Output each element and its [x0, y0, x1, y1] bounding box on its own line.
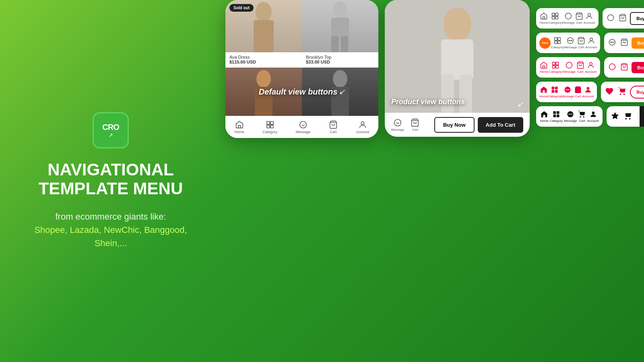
- phone-default: Sold out Ava Dress $115.00 USD: [225, 0, 378, 138]
- nav-row2-account[interactable]: Account: [585, 37, 597, 49]
- product-nav-message[interactable]: Message: [391, 118, 404, 132]
- nav-message[interactable]: Message: [296, 120, 311, 134]
- svg-point-78: [571, 114, 572, 115]
- nav-row3-category[interactable]: Category: [549, 61, 562, 74]
- svg-point-33: [608, 14, 614, 21]
- svg-point-2: [333, 1, 347, 19]
- svg-point-46: [611, 42, 611, 43]
- svg-rect-63: [551, 90, 554, 93]
- nav-row-5: Home Category Message Cart Account: [536, 106, 644, 127]
- product-buttons-row-3: Buy Now Add To Cart: [604, 57, 644, 78]
- nav-row-3: Home Category Message Cart Account: [536, 57, 644, 78]
- svg-rect-60: [543, 90, 545, 93]
- nav-row1-category[interactable]: Category: [549, 12, 561, 25]
- prow5-cart-icon[interactable]: [623, 111, 632, 122]
- nav-home[interactable]: Home: [235, 120, 244, 134]
- svg-rect-20: [441, 39, 473, 80]
- svg-rect-14: [270, 125, 273, 128]
- nav-row4-home[interactable]: Home: [539, 86, 548, 98]
- product-buttons-row-4: Buy Now Add To Cart: [601, 82, 644, 102]
- svg-point-68: [568, 89, 570, 90]
- product-buttons-row-1: Buy Now Add To Cart: [603, 8, 644, 29]
- nav-row5-cart[interactable]: Cart: [578, 110, 586, 123]
- svg-point-48: [613, 42, 614, 43]
- nav-row1-cart[interactable]: Cart: [575, 12, 583, 25]
- svg-rect-7: [255, 87, 272, 116]
- nav-row1-message[interactable]: Message: [562, 12, 575, 25]
- product-photo-dress: Sold out: [225, 0, 302, 52]
- svg-point-57: [590, 62, 592, 65]
- nav-category[interactable]: Category: [263, 120, 278, 134]
- product-buttons-row-5: Buy now Add to cart: [607, 106, 644, 127]
- prow4-cart-icon[interactable]: [618, 87, 627, 97]
- svg-point-8: [333, 70, 347, 88]
- product-photo-dark1: [225, 68, 302, 116]
- svg-rect-64: [555, 90, 557, 93]
- add-to-cart-button[interactable]: Add To Cart: [478, 117, 523, 133]
- buy-now-btn-1[interactable]: Buy Now: [630, 12, 644, 25]
- nav-row3-account[interactable]: Account: [585, 61, 597, 74]
- nav-row2-hara[interactable]: Hara: [539, 37, 551, 49]
- prow1-cart-icon[interactable]: [619, 14, 627, 23]
- prow2-message-icon[interactable]: [608, 38, 616, 48]
- nav-row4-account[interactable]: Account: [582, 86, 594, 98]
- svg-rect-72: [557, 111, 559, 114]
- nav-row3-message[interactable]: Message: [563, 61, 576, 74]
- prow3-message-icon[interactable]: [608, 63, 616, 72]
- svg-point-17: [361, 122, 364, 125]
- prow4-icons: [605, 87, 627, 97]
- nav-row5-home[interactable]: Home: [540, 110, 548, 123]
- buy-now-btn-5[interactable]: Buy now: [640, 111, 644, 122]
- svg-point-23: [394, 119, 401, 126]
- buy-now-btn-2[interactable]: Buy Now: [632, 37, 644, 49]
- prow1-buttons: Buy Now Add To Cart: [630, 12, 644, 25]
- nav-row5-category[interactable]: Category: [550, 110, 563, 123]
- buy-now-btn-3[interactable]: Buy Now: [632, 62, 644, 73]
- prow4-heart-icon[interactable]: [605, 87, 614, 97]
- nav-row2-message[interactable]: Message: [564, 37, 577, 49]
- nav-row-4: Home Category Message Cart Account: [536, 82, 644, 102]
- svg-point-15: [300, 121, 307, 128]
- prow3-icons: [608, 63, 628, 72]
- page-title: NAVIGATIONAL TEMPLATE MENU: [39, 160, 183, 197]
- nav-row5-account[interactable]: Account: [587, 110, 599, 123]
- left-panel: CRO ↗ NAVIGATIONAL TEMPLATE MENU from ec…: [0, 96, 221, 265]
- nav-row3-cart[interactable]: Cart: [576, 61, 584, 74]
- nav-row4-message[interactable]: Message: [561, 86, 574, 98]
- svg-rect-13: [267, 125, 270, 128]
- svg-point-32: [588, 13, 591, 16]
- nav-row4-category[interactable]: Category: [548, 86, 561, 98]
- nav-row5-message[interactable]: Message: [564, 110, 577, 123]
- buy-now-button[interactable]: Buy Now: [434, 117, 475, 133]
- svg-point-76: [569, 114, 570, 115]
- default-nav-bar: Home Category: [225, 116, 378, 138]
- nav-row2-cart[interactable]: Cart: [577, 37, 585, 49]
- nav-cart[interactable]: Cart: [329, 120, 338, 134]
- nav-account[interactable]: Account: [356, 120, 369, 134]
- nav-row1-account[interactable]: Account: [584, 12, 595, 25]
- svg-point-55: [566, 62, 572, 68]
- svg-rect-37: [554, 41, 557, 44]
- nav-row1-home[interactable]: Home: [539, 12, 548, 25]
- svg-point-69: [586, 87, 589, 90]
- nav-row2-category[interactable]: Category: [551, 37, 564, 49]
- svg-point-19: [443, 7, 471, 41]
- prow2-icons: [608, 38, 628, 48]
- svg-point-30: [566, 13, 572, 19]
- svg-rect-35: [554, 38, 557, 41]
- prow2-cart-icon[interactable]: [620, 38, 628, 48]
- nav-row3-home[interactable]: Home: [540, 61, 548, 74]
- svg-rect-53: [552, 66, 555, 68]
- svg-rect-73: [553, 115, 556, 117]
- buy-now-btn-4[interactable]: Buy Now: [630, 86, 644, 99]
- svg-point-40: [569, 40, 570, 41]
- nav-row4-cart[interactable]: Cart: [574, 86, 582, 98]
- product-nav-cart[interactable]: Cart: [411, 118, 419, 132]
- prow3-cart-icon[interactable]: [620, 63, 628, 72]
- svg-rect-4: [331, 36, 339, 52]
- nav-bar-row-2: Hara Category Message Cart Accoun: [536, 33, 600, 53]
- svg-rect-38: [557, 41, 560, 44]
- prow1-message-icon[interactable]: [607, 14, 615, 23]
- svg-point-79: [592, 111, 594, 114]
- prow5-star-icon[interactable]: [611, 111, 619, 122]
